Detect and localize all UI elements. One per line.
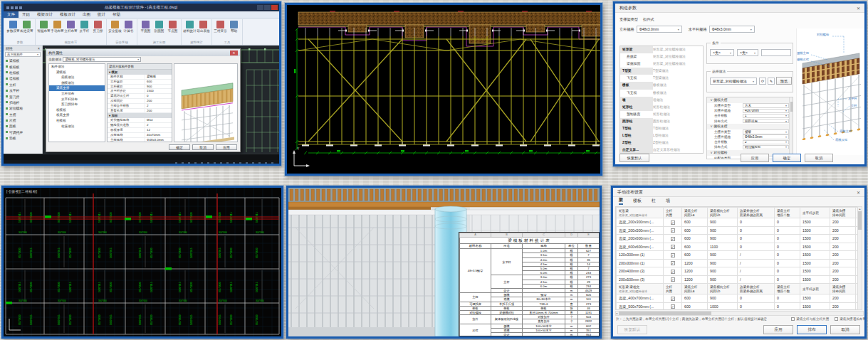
cancel-button[interactable]: 取消 <box>192 144 214 151</box>
param-value-select[interactable]: Φ48x3.0mm▾ <box>743 134 789 139</box>
tree-node[interactable]: 板模板 <box>49 107 105 113</box>
checkbox-icon[interactable]: ✓ <box>671 228 675 233</box>
value-cell[interactable]: 600 <box>682 302 708 310</box>
table-row[interactable]: 边梁_200x500mm (...✓6009000015002002 <box>617 226 859 235</box>
value-cell[interactable]: 600 <box>682 294 708 303</box>
ribbon-button[interactable]: 材料统计 <box>183 19 197 40</box>
member-row[interactable]: 矩形梁矩形梁_对拉螺栓做法 <box>620 46 703 53</box>
member-row[interactable]: T型梁T型梁做法 <box>620 68 703 75</box>
restore-defaults-button[interactable]: 恢复默认 <box>617 325 647 334</box>
ribbon-tab[interactable]: 模板设计 <box>56 11 79 18</box>
tree-node[interactable]: 构件做法 <box>49 64 105 70</box>
member-row[interactable]: Z型柱Z型柱做法 <box>620 139 703 147</box>
value-cell[interactable]: 1200 <box>682 275 708 284</box>
value-cell[interactable]: 900 <box>708 235 738 243</box>
checkbox-icon[interactable]: ✓ <box>671 221 675 225</box>
value-cell[interactable]: 200 <box>830 243 856 251</box>
property-value[interactable]: 600 <box>145 80 172 84</box>
property-value[interactable]: 2 <box>145 123 172 127</box>
tree-node[interactable]: 板底支撑 <box>49 112 105 118</box>
param-section[interactable]: ∨ 侧模主楞 <box>707 124 793 129</box>
checkbox-icon[interactable]: ✓ <box>671 277 675 282</box>
palette-item[interactable]: 墙模板 <box>4 75 42 81</box>
value-cell[interactable]: 0 <box>775 294 800 303</box>
hbar-spec-select[interactable]: Φ48x3.0mm▾ <box>709 26 755 33</box>
member-row[interactable]: 飞支模楼板做法 <box>620 90 703 97</box>
ribbon-button[interactable]: 手动布置 <box>51 19 64 40</box>
value-cell[interactable]: 0 <box>775 235 800 243</box>
command-line[interactable] <box>4 154 279 160</box>
value-cell[interactable]: 1200 <box>682 259 708 267</box>
apply-button[interactable]: 应用 <box>741 154 769 162</box>
table-row[interactable]: 边梁_400x700mm (...✓6009000015002002 <box>617 294 859 303</box>
viewport-label[interactable]: [-][俯视][二维线框] <box>6 189 38 193</box>
ribbon-button[interactable]: 三维显示 <box>214 19 227 40</box>
palette-item[interactable]: 立杆 <box>4 82 42 87</box>
checkbox-icon[interactable]: ✓ <box>671 237 675 241</box>
value-cell[interactable]: 200 <box>830 294 856 303</box>
palette-filter-combo[interactable]: 高支模构件▾ <box>5 52 41 57</box>
method-select[interactable]: 矩形梁_对拉螺栓做法▾ <box>710 78 757 85</box>
ribbon-button[interactable]: 构造设置 <box>20 19 33 40</box>
member-row[interactable]: 楼板楼板做法 <box>620 82 703 89</box>
value-cell[interactable]: 0 <box>775 218 800 227</box>
param-value-select[interactable]: 间距排布▾ <box>743 119 789 123</box>
preview-button[interactable]: 预览 <box>776 77 792 85</box>
param-value-select[interactable]: 钢管▾ <box>743 129 789 134</box>
restore-defaults-button[interactable]: 恢复默认 <box>619 154 649 162</box>
value-cell[interactable]: 600 <box>682 251 708 260</box>
condition-input[interactable] <box>761 49 791 56</box>
ribbon-button[interactable]: 节点图 <box>166 19 179 40</box>
horizontal-scrollbar[interactable]: ◂ <box>615 311 864 316</box>
ribbon-button[interactable]: 平面图 <box>139 19 152 40</box>
ribbon-button[interactable]: 计算书 <box>122 19 135 40</box>
checkbox-icon[interactable]: ✓ <box>671 297 675 301</box>
palette-item[interactable]: 次楞 <box>4 117 42 123</box>
value-cell[interactable]: 1200 <box>682 267 708 276</box>
value-cell[interactable]: / <box>738 275 775 284</box>
close-icon[interactable]: ✕ <box>857 190 860 195</box>
value-cell[interactable]: 1500 <box>800 267 830 276</box>
value-cell[interactable]: 200 <box>830 235 856 243</box>
param-value-select[interactable]: 1▾ <box>743 114 789 118</box>
palette-item[interactable]: 垫板 <box>4 135 42 141</box>
apply-button[interactable]: 应用 <box>763 325 793 334</box>
value-cell[interactable]: 200 <box>830 302 856 310</box>
param-section[interactable]: ∨ 侧模次楞 <box>707 97 793 103</box>
option-checkbox[interactable]: 梁底次楞通长布置 <box>835 317 866 321</box>
value-cell[interactable]: 200 <box>830 251 856 260</box>
palette-item[interactable]: 水平杆 <box>4 87 42 93</box>
table-row[interactable]: 边梁_200x600mm (...✓6009000015002002 <box>617 235 859 243</box>
value-cell[interactable]: 0 <box>738 302 775 310</box>
ribbon-button[interactable]: 剖面图 <box>152 19 166 40</box>
checkbox-icon[interactable]: ✓ <box>671 261 675 265</box>
property-value[interactable]: 40x70mm <box>145 133 172 137</box>
value-cell[interactable]: 0 <box>775 243 800 251</box>
table-row[interactable]: 边梁_200x300mm (...✓6009000015002002 <box>617 218 859 227</box>
property-value[interactable]: 0 <box>145 94 172 98</box>
tab-3[interactable]: 柱 <box>652 198 656 204</box>
value-cell[interactable]: 900 <box>708 294 738 303</box>
value-cell[interactable]: 1500 <box>800 259 830 267</box>
table-row[interactable]: 200x300mm (1)✓1200900/015002002 <box>617 259 859 267</box>
property-value[interactable]: 900 <box>145 85 172 89</box>
value-cell[interactable]: 1500 <box>800 218 830 227</box>
palette-item[interactable]: 面板 <box>4 123 42 129</box>
member-row[interactable]: 飞支模T型梁做法 <box>620 75 703 82</box>
table-row[interactable]: 200x400mm (3)✓1200900/015002002 <box>617 267 859 276</box>
value-cell[interactable]: 600 <box>682 235 708 243</box>
value-cell[interactable]: / <box>738 251 775 260</box>
param-value-select[interactable]: 2▾ <box>743 140 789 144</box>
tree-node[interactable]: 底模做法 <box>49 75 105 80</box>
tree-node[interactable]: 侧模做法 <box>49 80 105 86</box>
param-value-select[interactable]: 对拉螺栓处▾ <box>743 145 789 149</box>
value-cell[interactable]: / <box>738 267 775 276</box>
param-value-select[interactable]: 40x70mm▾ <box>743 109 789 113</box>
ribbon-button[interactable]: 剪刀撑 <box>91 19 105 40</box>
ribbon-button[interactable]: 安全复核 <box>108 19 122 40</box>
ok-button[interactable]: 确定 <box>773 154 801 162</box>
checkbox-icon[interactable]: ✓ <box>671 304 675 309</box>
value-cell[interactable]: 900 <box>708 259 738 267</box>
value-cell[interactable]: 0 <box>775 259 800 267</box>
value-cell[interactable]: 1000 <box>708 302 738 310</box>
